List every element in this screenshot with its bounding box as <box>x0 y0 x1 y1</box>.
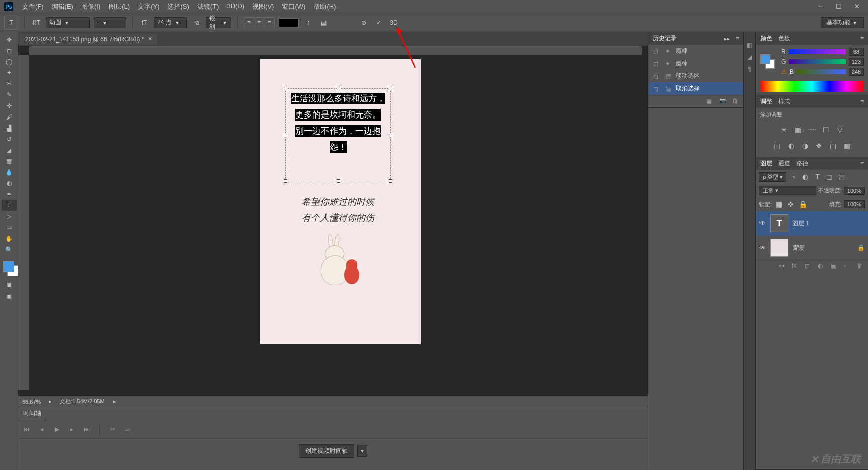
styles-tab[interactable]: 样式 <box>778 97 790 106</box>
channels-tab[interactable]: 通道 <box>778 159 790 168</box>
layer-style-icon[interactable]: fx <box>792 262 800 270</box>
layer-row[interactable]: 👁 背景 🔒 <box>756 236 868 260</box>
vibrance-icon[interactable]: ▽ <box>835 125 845 135</box>
layer-filter-kind[interactable]: ρ 类型 ▾ <box>759 172 786 182</box>
visibility-toggle[interactable]: 👁 <box>759 244 766 251</box>
align-right-button[interactable]: ≡ <box>264 18 274 28</box>
visibility-toggle[interactable]: 👁 <box>759 220 766 227</box>
opacity-value[interactable]: 100% <box>844 187 865 195</box>
crop-tool[interactable]: ✂ <box>2 78 17 89</box>
prev-frame-button[interactable]: ◂ <box>37 425 46 434</box>
move-tool[interactable]: ✥ <box>2 34 17 45</box>
g-value[interactable]: 123 <box>849 58 864 66</box>
hand-tool[interactable]: ✋ <box>2 233 17 244</box>
filter-smart-icon[interactable]: ▦ <box>836 172 846 182</box>
layer-row-selected[interactable]: 👁 T 图层 1 <box>756 211 868 236</box>
collapsed-panel-icon[interactable]: ¶ <box>745 64 755 74</box>
gradient-tool[interactable]: ▦ <box>2 156 17 167</box>
link-layers-icon[interactable]: ⊶ <box>779 262 787 270</box>
scissors-icon[interactable]: ✂ <box>108 425 117 434</box>
brush-tool[interactable]: 🖌 <box>2 111 17 123</box>
levels-icon[interactable]: ▦ <box>793 125 803 135</box>
color-spectrum[interactable] <box>760 81 864 92</box>
exposure-icon[interactable]: ☐ <box>821 125 831 135</box>
layer-name[interactable]: 图层 1 <box>792 219 809 228</box>
create-timeline-dropdown[interactable]: ▾ <box>357 445 367 457</box>
photo-filter-icon[interactable]: ◑ <box>800 141 810 151</box>
r-slider[interactable] <box>789 49 846 54</box>
3d-text-button[interactable]: 3D <box>388 17 399 28</box>
ruler-horizontal[interactable] <box>29 46 642 55</box>
hue-icon[interactable]: ▤ <box>772 141 782 151</box>
play-button[interactable]: ▶ <box>52 425 61 434</box>
filter-shape-icon[interactable]: ◻ <box>824 172 834 182</box>
layer-thumbnail[interactable] <box>770 239 788 257</box>
align-left-button[interactable]: ≡ <box>244 18 254 28</box>
font-family-select[interactable]: 幼圆▾ <box>46 17 90 28</box>
new-snapshot-icon[interactable]: ▦ <box>706 97 714 105</box>
timeline-tab[interactable]: 时间轴 <box>18 407 46 420</box>
menu-file[interactable]: 文件(F) <box>19 1 47 12</box>
font-style-select[interactable]: -▾ <box>94 17 126 28</box>
menu-layer[interactable]: 图层(L) <box>105 1 133 12</box>
r-value[interactable]: 68 <box>849 48 864 56</box>
text-orientation-button[interactable]: ⇵T <box>31 17 42 28</box>
blur-tool[interactable]: 💧 <box>2 167 17 178</box>
collapsed-panel-icon[interactable]: ◢ <box>745 52 755 62</box>
lasso-tool[interactable]: ◯ <box>2 56 17 67</box>
transition-icon[interactable]: ▱ <box>123 425 132 434</box>
canvas[interactable]: 生活没那么多诗和远方， 更多的是坎坷和无奈。 别一边不作为，一边抱 怨！ 希望你… <box>260 59 421 344</box>
b-slider[interactable] <box>797 69 846 74</box>
canvas-viewport[interactable]: 生活没那么多诗和远方， 更多的是坎坷和无奈。 别一边不作为，一边抱 怨！ 希望你… <box>29 55 642 396</box>
new-group-icon[interactable]: ▣ <box>831 262 839 270</box>
layer-thumbnail[interactable]: T <box>770 214 788 232</box>
delete-layer-icon[interactable]: 🗑 <box>857 262 865 270</box>
text-tool-preset[interactable]: T <box>4 16 18 30</box>
layer-mask-icon[interactable]: ◻ <box>805 262 813 270</box>
channel-mixer-icon[interactable]: ❖ <box>814 141 824 151</box>
quick-mask-tool[interactable]: ◙ <box>2 279 17 290</box>
layers-tab[interactable]: 图层 <box>760 159 772 168</box>
history-tab[interactable]: 历史记录 <box>653 34 677 43</box>
lock-all-icon[interactable]: 🔒 <box>798 199 808 209</box>
font-size-select[interactable]: 24 点▾ <box>154 17 187 28</box>
commit-edit-button[interactable]: ✓ <box>373 17 384 28</box>
create-timeline-button[interactable]: 创建视频时间轴 <box>299 444 354 458</box>
text-bounding-box[interactable]: 生活没那么多诗和远方， 更多的是坎坷和无奈。 别一边不作为，一边抱 怨！ <box>285 88 391 181</box>
eraser-tool[interactable]: ◢ <box>2 145 17 156</box>
paths-tab[interactable]: 路径 <box>796 159 808 168</box>
history-item[interactable]: ◻✦魔棒 <box>648 45 743 57</box>
color-picker-tools[interactable] <box>1 259 17 279</box>
history-brush-tool[interactable]: ↺ <box>2 134 17 145</box>
menu-3d[interactable]: 3D(D) <box>224 1 247 12</box>
next-frame-button[interactable]: ▸ <box>67 425 76 434</box>
last-frame-button[interactable]: ⏭ <box>82 425 91 434</box>
b-value[interactable]: 248 <box>849 68 864 76</box>
menu-filter[interactable]: 滤镜(T) <box>194 1 222 12</box>
g-slider[interactable] <box>789 59 846 64</box>
lock-position-icon[interactable]: ✜ <box>786 199 796 209</box>
workspace-select[interactable]: 基本功能 ▾ <box>821 17 864 28</box>
collapsed-panel-icon[interactable]: ◧ <box>745 40 755 50</box>
menu-edit[interactable]: 编辑(E) <box>49 1 76 12</box>
filter-type-icon[interactable]: T <box>812 172 822 182</box>
menu-type[interactable]: 文字(Y) <box>135 1 162 12</box>
history-item[interactable]: ◻▤移动选区 <box>648 70 743 82</box>
screen-mode-tool[interactable]: ▣ <box>2 290 17 301</box>
eyedropper-tool[interactable]: ✎ <box>2 89 17 100</box>
menu-view[interactable]: 视图(V) <box>249 1 277 12</box>
shape-tool[interactable]: ▭ <box>2 222 17 233</box>
magic-wand-tool[interactable]: ✦ <box>2 67 17 78</box>
zoom-tool[interactable]: 🔍 <box>2 244 17 255</box>
color-lookup-icon[interactable]: ◫ <box>828 141 838 151</box>
camera-icon[interactable]: 📷 <box>719 97 727 105</box>
bw-icon[interactable]: ◐ <box>786 141 796 151</box>
pen-tool[interactable]: ✒ <box>2 189 17 200</box>
lock-pixels-icon[interactable]: ▦ <box>774 199 784 209</box>
ruler-vertical[interactable] <box>18 55 29 390</box>
filter-adj-icon[interactable]: ◐ <box>800 172 810 182</box>
brightness-icon[interactable]: ☀ <box>779 125 789 135</box>
maximize-button[interactable]: ☐ <box>832 2 846 11</box>
adjustments-tab[interactable]: 调整 <box>760 97 772 106</box>
healing-brush-tool[interactable]: ✜ <box>2 100 17 111</box>
